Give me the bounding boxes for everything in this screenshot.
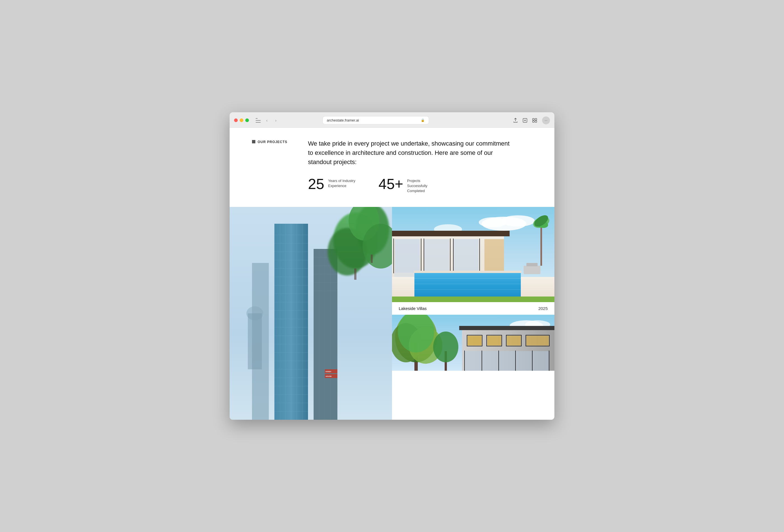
svg-text:ESSEX: ESSEX bbox=[326, 371, 331, 372]
intro-text: We take pride in every project we undert… bbox=[308, 139, 510, 167]
svg-rect-1 bbox=[533, 118, 534, 120]
stat-item-projects: 45+ Projects Successfully Completed bbox=[379, 177, 435, 194]
sidebar-icon bbox=[256, 118, 261, 123]
address-bar[interactable]: archestate.framer.ai 🔒 bbox=[323, 116, 429, 124]
svg-rect-72 bbox=[453, 239, 454, 273]
svg-rect-108 bbox=[549, 351, 549, 371]
svg-rect-3 bbox=[533, 121, 534, 122]
url-text: archestate.framer.ai bbox=[327, 118, 359, 122]
svg-rect-102 bbox=[465, 351, 549, 371]
minimize-button[interactable] bbox=[240, 118, 243, 122]
project-left: ESSEX HOUSE bbox=[230, 207, 392, 420]
svg-rect-65 bbox=[395, 239, 420, 273]
more-options-button[interactable]: ··· bbox=[542, 116, 550, 124]
svg-rect-107 bbox=[532, 351, 533, 371]
svg-rect-64 bbox=[392, 231, 510, 236]
project-caption-lakeside: Lakeside Villas 2025 bbox=[399, 302, 548, 315]
svg-point-115 bbox=[433, 332, 458, 362]
browser-window: ‹ › archestate.framer.ai 🔒 bbox=[230, 112, 554, 420]
maximize-button[interactable] bbox=[245, 118, 249, 122]
svg-rect-97 bbox=[526, 336, 549, 345]
svg-rect-106 bbox=[515, 351, 516, 371]
treehouse-image bbox=[392, 315, 554, 371]
intro-section: We take pride in every project we undert… bbox=[308, 139, 532, 205]
svg-rect-93 bbox=[459, 326, 554, 330]
stat-label-projects: Projects Successfully Completed bbox=[407, 177, 435, 194]
svg-rect-104 bbox=[482, 351, 482, 371]
svg-rect-94 bbox=[468, 336, 482, 345]
svg-rect-82 bbox=[524, 266, 540, 274]
svg-rect-69 bbox=[424, 239, 424, 273]
share-button[interactable] bbox=[511, 116, 520, 124]
svg-rect-2 bbox=[535, 118, 537, 120]
forward-button[interactable]: › bbox=[272, 116, 280, 124]
svg-rect-57 bbox=[371, 254, 373, 263]
svg-text:HOUSE: HOUSE bbox=[326, 375, 332, 377]
back-button[interactable]: ‹ bbox=[263, 116, 271, 124]
traffic-lights bbox=[234, 118, 249, 122]
svg-rect-66 bbox=[393, 239, 394, 273]
svg-rect-46 bbox=[248, 313, 262, 369]
svg-rect-36 bbox=[314, 249, 337, 420]
close-button[interactable] bbox=[234, 118, 238, 122]
section-bullet bbox=[252, 140, 255, 143]
pool-villa-image bbox=[392, 207, 554, 302]
tab-overview-button[interactable] bbox=[530, 116, 539, 124]
svg-point-61 bbox=[479, 217, 507, 227]
browser-actions: ··· bbox=[511, 116, 550, 124]
svg-rect-103 bbox=[464, 351, 465, 371]
stat-label-years: Years of Industry Experience bbox=[328, 177, 356, 189]
svg-rect-68 bbox=[424, 239, 449, 273]
svg-rect-73 bbox=[479, 239, 480, 273]
projects-grid: ESSEX HOUSE bbox=[230, 207, 554, 420]
svg-rect-81 bbox=[414, 271, 521, 273]
svg-rect-67 bbox=[421, 239, 421, 273]
project-top-right: Lakeside Villas 2025 bbox=[392, 207, 554, 315]
svg-rect-71 bbox=[454, 239, 479, 273]
svg-rect-4 bbox=[535, 121, 537, 122]
stat-number-projects: 45+ bbox=[379, 177, 403, 191]
sidebar-toggle-button[interactable] bbox=[254, 116, 262, 124]
lock-icon: 🔒 bbox=[421, 118, 425, 122]
project-name-lakeside: Lakeside Villas bbox=[399, 306, 427, 311]
svg-rect-56 bbox=[354, 269, 357, 280]
project-year-lakeside: 2025 bbox=[538, 306, 548, 311]
svg-rect-88 bbox=[392, 297, 554, 302]
grid-right: Lakeside Villas 2025 bbox=[392, 207, 554, 371]
svg-rect-84 bbox=[540, 224, 542, 266]
section-label: OUR PROJECTS bbox=[258, 140, 287, 144]
svg-rect-96 bbox=[507, 336, 521, 345]
svg-rect-83 bbox=[526, 263, 538, 266]
svg-rect-74 bbox=[484, 239, 504, 273]
svg-rect-95 bbox=[487, 336, 501, 345]
page-content: OUR PROJECTS We take pride in every proj… bbox=[230, 128, 554, 420]
skyscraper-image: ESSEX HOUSE bbox=[230, 207, 392, 420]
stats-row: 25 Years of Industry Experience 45+ Proj… bbox=[308, 177, 532, 194]
stat-item-years: 25 Years of Industry Experience bbox=[308, 177, 356, 191]
new-tab-button[interactable] bbox=[521, 116, 529, 124]
svg-rect-105 bbox=[498, 351, 499, 371]
project-bottom-right bbox=[392, 315, 554, 371]
stat-number-years: 25 bbox=[308, 177, 324, 191]
browser-chrome: ‹ › archestate.framer.ai 🔒 bbox=[230, 112, 554, 128]
browser-controls: ‹ › bbox=[254, 116, 280, 124]
svg-rect-70 bbox=[450, 239, 450, 273]
